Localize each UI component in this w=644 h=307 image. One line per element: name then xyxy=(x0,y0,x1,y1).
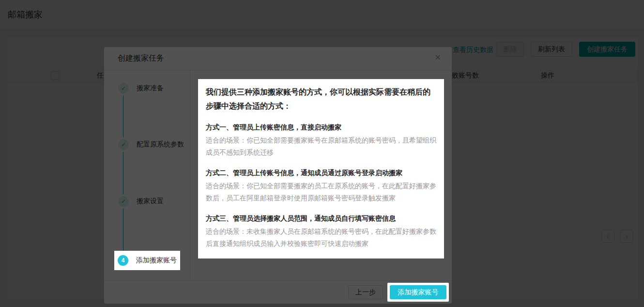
step-number-badge: 4 xyxy=(118,255,128,266)
add-migration-accounts-button[interactable]: 添加搬家账号 xyxy=(390,285,446,299)
methods-heading: 我们提供三种添加搬家账号的方式，你可以根据实际需要在稍后的步骤中选择合适的方式： xyxy=(206,85,436,113)
method-3-description: 适合的场景：未收集搬家人员在原邮箱系统的账号密码，在此配置好搬家参数后直接通知组… xyxy=(206,226,436,250)
step-label: 添加搬家账号 xyxy=(136,256,177,265)
method-2-description: 适合的场景：你已知全部需要搬家的员工在原系统的账号，在此配置好搬家参数后，员工在… xyxy=(206,180,436,204)
method-3-title: 方式三、管理员选择搬家人员范围，通知成员自行填写账密信息 xyxy=(206,213,436,223)
method-1-description: 适合的场景：你已知全部需要搬家账号在原邮箱系统的账号密码，且希望组织成员不感知到… xyxy=(206,134,436,159)
method-1-title: 方式一、管理员上传账密信息，直接启动搬家 xyxy=(206,122,436,132)
screen: 邮箱搬家 查看历史数据 删除 刷新列表 创建搬家任务 任务名称 失败账号数 操作… xyxy=(0,0,644,307)
primary-button-spotlight: 添加搬家账号 xyxy=(387,283,449,302)
methods-spotlight-panel: 我们提供三种添加搬家账号的方式，你可以根据实际需要在稍后的步骤中选择合适的方式：… xyxy=(198,79,444,259)
step-content-area: 我们提供三种添加搬家账号的方式，你可以根据实际需要在稍后的步骤中选择合适的方式：… xyxy=(190,70,452,280)
method-2-title: 方式二、管理员上传账号信息，通知成员通过原账号登录启动搬家 xyxy=(206,168,436,178)
step-add-accounts-highlighted[interactable]: 4 添加搬家账号 xyxy=(114,251,180,270)
